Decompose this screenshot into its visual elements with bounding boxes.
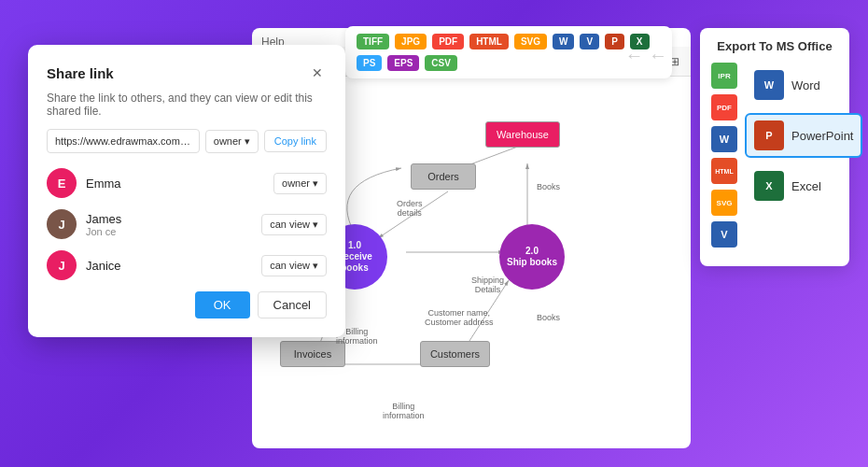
user-sub-james: Jon ce — [86, 226, 252, 237]
avatar-james: J — [47, 209, 77, 239]
user-info-emma: Emma — [86, 177, 264, 191]
avatar-janice: J — [47, 250, 77, 280]
dialog-description: Share the link to others, and they can v… — [47, 92, 327, 118]
close-button[interactable]: ✕ — [308, 64, 327, 82]
link-row: https://www.edrawmax.com/online/fil owne… — [47, 129, 327, 153]
copy-link-button[interactable]: Copy link — [264, 130, 327, 152]
cancel-button[interactable]: Cancel — [258, 291, 327, 318]
link-url-input[interactable]: https://www.edrawmax.com/online/fil — [47, 129, 200, 153]
user-info-janice: Janice — [86, 259, 252, 273]
user-row-emma: E Emma owner ▾ — [47, 168, 327, 198]
avatar-emma: E — [47, 168, 77, 198]
dialog-overlay: Share link ✕ Share the link to others, a… — [0, 0, 868, 467]
dialog-header: Share link ✕ — [47, 64, 327, 82]
user-row-janice: J Janice can view ▾ — [47, 250, 327, 280]
user-permission-james[interactable]: can view ▾ — [261, 214, 327, 235]
share-link-dialog: Share link ✕ Share the link to others, a… — [28, 45, 345, 337]
user-row-james: J James Jon ce can view ▾ — [47, 209, 327, 239]
user-info-james: James Jon ce — [86, 212, 252, 237]
dialog-title: Share link — [47, 65, 114, 81]
ok-button[interactable]: OK — [195, 291, 250, 318]
user-permission-janice[interactable]: can view ▾ — [261, 255, 327, 276]
user-permission-emma[interactable]: owner ▾ — [273, 173, 327, 194]
user-name-emma: Emma — [86, 177, 264, 191]
user-name-janice: Janice — [86, 259, 252, 273]
user-name-james: James — [86, 212, 252, 226]
dialog-footer: OK Cancel — [47, 291, 327, 318]
link-permission-dropdown[interactable]: owner ▾ — [205, 130, 259, 153]
